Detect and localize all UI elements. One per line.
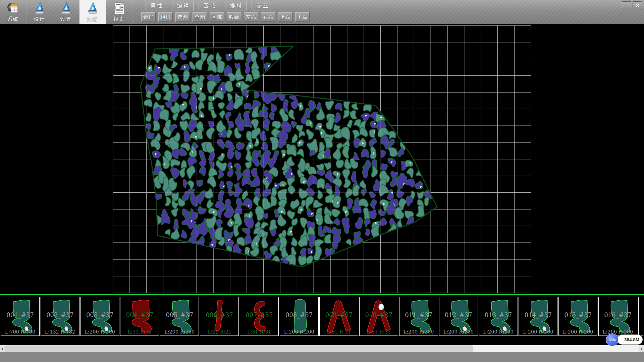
thumbnail-part-003_#37[interactable]: 003_#37L:200 R:200 — [80, 297, 119, 336]
thumbnail-strip: 001_#37L:700 R:700002_#37L:132 R:132003_… — [0, 294, 644, 345]
nav-button-label: 排版 — [87, 16, 98, 22]
nav-button-3[interactable]: 设置 — [53, 0, 79, 24]
thumbnail-list: 001_#37L:700 R:700002_#37L:132 R:132003_… — [1, 297, 644, 336]
part-shape — [280, 297, 318, 336]
menu-tab-3[interactable]: 区域 — [199, 1, 220, 10]
part-shape — [1, 297, 39, 336]
part-shape — [160, 297, 199, 336]
thumbnail-part-partial[interactable] — [638, 297, 643, 336]
tool-buttons: 聚排相机选割全割区域瑕疵左靠右靠上靠下靠 — [141, 12, 310, 22]
nav-button-label: 系统 — [7, 16, 19, 22]
tool-button-2[interactable]: 相机 — [158, 12, 173, 22]
nesting-icon — [86, 1, 100, 15]
part-shape — [559, 297, 597, 336]
scrollbar-thumb[interactable] — [5, 345, 473, 352]
thumbnail-part-013_#37[interactable]: 013_#37L:200 R:200 — [479, 297, 518, 336]
thumbnail-part-001_#37[interactable]: 001_#37L:700 R:700 — [1, 297, 40, 336]
thumbnail-part-006_#37[interactable]: 006_#37L:21 R:21 — [200, 297, 239, 336]
part-shape — [41, 297, 79, 336]
menu-tab-2[interactable]: 编辑 — [172, 1, 194, 10]
menu-tab-4[interactable]: 排料 — [225, 1, 247, 10]
tool-button-9[interactable]: 上靠 — [278, 12, 292, 22]
nesting-canvas[interactable] — [0, 24, 644, 294]
minimize-button[interactable]: — — [622, 1, 631, 10]
part-shape — [120, 297, 159, 336]
nav-button-label: 设计 — [34, 16, 45, 22]
nav-button-2[interactable]: 设计 — [26, 0, 53, 24]
part-shape — [81, 297, 119, 336]
progress-badge: 384.8M 38% — [606, 334, 643, 347]
window-controls: — ✕ — [622, 1, 642, 10]
toolbar: 系统设计设置排版报表 属性编辑区域排料交互 聚排相机选割全割区域瑕疵左靠右靠上靠… — [0, 0, 644, 24]
thumbnail-part-004_#37[interactable]: 004_#37L:31 R:31 — [120, 297, 159, 336]
part-shape — [599, 297, 637, 336]
status-bar — [0, 352, 644, 362]
settings-icon — [59, 1, 73, 15]
part-shape — [360, 297, 398, 336]
thumbnail-part-012_#37[interactable]: 012_#37L:200 R:200 — [439, 297, 478, 336]
tool-button-7[interactable]: 左靠 — [244, 12, 258, 22]
nav-button-5[interactable]: 报表 — [106, 0, 132, 24]
thumbnail-part-011_#37[interactable]: 011_#37L:200 R:200 — [399, 297, 438, 336]
thumbnail-part-005_#37[interactable]: 005_#37L:200 R:200 — [160, 297, 199, 336]
part-shape — [479, 297, 518, 336]
app-window: 系统设计设置排版报表 属性编辑区域排料交互 聚排相机选割全割区域瑕疵左靠右靠上靠… — [0, 0, 644, 362]
thumbnail-part-008_#37[interactable]: 008_#37L:200 R:200 — [280, 297, 319, 336]
nav-button-label: 设置 — [60, 16, 72, 22]
thumbnail-part-016_#37[interactable]: 016_#37L:200 R:200 — [598, 297, 637, 336]
horizontal-scrollbar[interactable]: ‹ › — [0, 345, 644, 352]
thumbnail-part-007_#37[interactable]: 007_#37L:31 R:31 — [240, 297, 279, 336]
design-icon — [33, 1, 47, 15]
thumbnail-part-009_#37[interactable]: 009_#37L:32 R:31 — [319, 297, 358, 336]
nav-button-1[interactable]: 系统 — [0, 0, 26, 24]
thumbnail-part-002_#37[interactable]: 002_#37L:132 R:132 — [41, 297, 79, 336]
nav-buttons: 系统设计设置排版报表 — [0, 0, 132, 24]
tool-button-6[interactable]: 瑕疵 — [227, 12, 241, 22]
tool-button-3[interactable]: 选割 — [175, 12, 190, 22]
part-shape — [399, 297, 438, 336]
memory-pill: 384.8M — [617, 335, 643, 345]
tool-button-8[interactable]: 右靠 — [261, 12, 275, 22]
tool-button-1[interactable]: 聚排 — [141, 12, 156, 22]
nav-button-4[interactable]: 排版 — [79, 0, 106, 24]
thumbnail-part-015_#37[interactable]: 015_#37L:200 R:200 — [558, 297, 597, 336]
report-icon — [112, 1, 126, 15]
nav-button-label: 报表 — [113, 16, 125, 22]
scroll-left-arrow[interactable]: ‹ — [0, 345, 5, 352]
strip-separator-line — [0, 294, 644, 295]
menu-tab-1[interactable]: 属性 — [146, 1, 167, 10]
tool-button-5[interactable]: 区域 — [210, 12, 224, 22]
part-shape — [519, 297, 557, 336]
menu-tabs: 属性编辑区域排料交互 — [146, 1, 273, 10]
part-shape — [320, 297, 358, 336]
menu-tab-5[interactable]: 交互 — [252, 1, 273, 10]
part-shape — [240, 297, 278, 336]
progress-circle[interactable]: 38% — [606, 334, 619, 346]
thumbnail-part-010_#37[interactable]: 010_#37L:33 R:33 — [359, 297, 398, 336]
tool-button-4[interactable]: 全割 — [193, 12, 207, 22]
tool-button-10[interactable]: 下靠 — [295, 12, 310, 22]
part-shape — [200, 297, 238, 336]
thumbnail-part-014_#37[interactable]: 014_#37L:200 R:200 — [519, 297, 557, 336]
part-shape — [639, 297, 643, 336]
part-shape — [439, 297, 478, 336]
close-button[interactable]: ✕ — [633, 1, 642, 10]
system-icon — [6, 1, 20, 15]
